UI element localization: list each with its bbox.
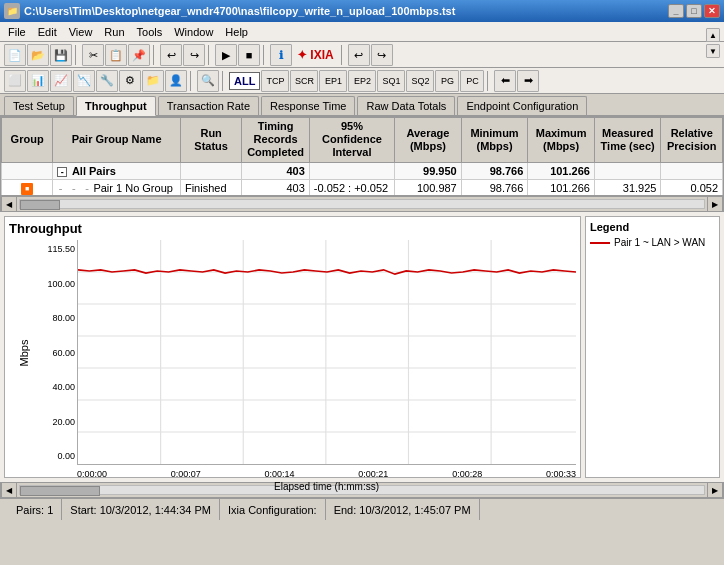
tb2-btnA[interactable]: ⬅	[494, 70, 516, 92]
cell-pair-measured: 31.925	[594, 179, 661, 196]
cell-pair-status: Finished	[180, 179, 241, 196]
tab-test-setup[interactable]: Test Setup	[4, 96, 74, 115]
legend-label: Pair 1 ~ LAN > WAN	[614, 237, 705, 248]
cell-pair-confidence: -0.052 : +0.052	[309, 179, 394, 196]
toolbar-2: ⬜ 📊 📈 📉 🔧 ⚙ 📁 👤 🔍 ALL TCP SCR EP1 EP2 SQ…	[0, 68, 724, 94]
chart-scroll-right[interactable]: ▶	[707, 482, 723, 498]
status-bar: Pairs: 1 Start: 10/3/2012, 1:44:34 PM Ix…	[0, 498, 724, 520]
info-button[interactable]: ℹ	[270, 44, 292, 66]
tab-response-time[interactable]: Response Time	[261, 96, 355, 115]
menu-tools[interactable]: Tools	[131, 24, 169, 40]
all-label[interactable]: ALL	[229, 72, 260, 90]
pc-btn[interactable]: PC	[460, 70, 484, 92]
cell-measured	[594, 162, 661, 179]
pg-btn[interactable]: PG	[435, 70, 459, 92]
tab-endpoint-config[interactable]: Endpoint Configuration	[457, 96, 587, 115]
btn-extra2[interactable]: ↪	[371, 44, 393, 66]
title-bar: 📁 C:\Users\Tim\Desktop\netgear_wndr4700\…	[0, 0, 724, 22]
menu-edit[interactable]: Edit	[32, 24, 63, 40]
save-button[interactable]: 💾	[50, 44, 72, 66]
results-table: Group Pair Group Name Run Status Timing …	[1, 117, 723, 196]
expand-icon[interactable]: -	[57, 167, 67, 177]
stop-button[interactable]: ■	[238, 44, 260, 66]
redo-button[interactable]: ↪	[183, 44, 205, 66]
x-tick-0: 0:00:00	[77, 469, 107, 479]
tb2-btn4[interactable]: 📉	[73, 70, 95, 92]
status-end: End: 10/3/2012, 1:45:07 PM	[326, 499, 480, 520]
legend-scroll-up[interactable]: ▲	[706, 28, 720, 42]
col-confidence: 95% Confidence Interval	[309, 118, 394, 163]
ep1-btn[interactable]: EP1	[319, 70, 347, 92]
menu-file[interactable]: File	[2, 24, 32, 40]
new-button[interactable]: 📄	[4, 44, 26, 66]
separator-4	[263, 45, 267, 65]
separator-5	[341, 45, 345, 65]
tab-throughput[interactable]: Throughput	[76, 96, 156, 116]
undo-button[interactable]: ↩	[160, 44, 182, 66]
col-precision: Relative Precision	[661, 118, 723, 163]
y-tick-4: 80.00	[41, 313, 75, 323]
tb2-btn9[interactable]: 🔍	[197, 70, 219, 92]
sep-tb2c	[487, 71, 491, 91]
menu-window[interactable]: Window	[168, 24, 219, 40]
tb2-btn5[interactable]: 🔧	[96, 70, 118, 92]
tb2-btn6[interactable]: ⚙	[119, 70, 141, 92]
cut-button[interactable]: ✂	[82, 44, 104, 66]
copy-button[interactable]: 📋	[105, 44, 127, 66]
sep-tb2	[190, 71, 194, 91]
tb2-btn2[interactable]: 📊	[27, 70, 49, 92]
tb2-btn3[interactable]: 📈	[50, 70, 72, 92]
menu-bar: File Edit View Run Tools Window Help	[0, 22, 724, 42]
cell-average: 99.950	[395, 162, 462, 179]
tb2-btn1[interactable]: ⬜	[4, 70, 26, 92]
sq1-btn[interactable]: SQ1	[377, 70, 405, 92]
x-tick-1: 0:00:07	[171, 469, 201, 479]
btn-extra1[interactable]: ↩	[348, 44, 370, 66]
maximize-button[interactable]: □	[686, 4, 702, 18]
col-minimum: Minimum (Mbps)	[461, 118, 528, 163]
menu-help[interactable]: Help	[219, 24, 254, 40]
menu-run[interactable]: Run	[98, 24, 130, 40]
run-button[interactable]: ▶	[215, 44, 237, 66]
toolbar-1: 📄 📂 💾 ✂ 📋 📌 ↩ ↪ ▶ ■ ℹ ✦ IXIA ↩ ↪	[0, 42, 724, 68]
close-button[interactable]: ✕	[704, 4, 720, 18]
menu-view[interactable]: View	[63, 24, 99, 40]
chart-title: Throughput	[9, 221, 576, 236]
cell-status	[180, 162, 241, 179]
legend-item: Pair 1 ~ LAN > WAN	[590, 237, 715, 248]
col-maximum: Maximum (Mbps)	[528, 118, 595, 163]
cell-pair-maximum: 101.266	[528, 179, 595, 196]
tab-raw-data[interactable]: Raw Data Totals	[357, 96, 455, 115]
y-tick-2: 40.00	[41, 382, 75, 392]
open-button[interactable]: 📂	[27, 44, 49, 66]
col-pair-group-name: Pair Group Name	[53, 118, 181, 163]
legend-color-line	[590, 242, 610, 244]
ixia-logo: ✦ IXIA	[293, 48, 338, 62]
y-tick-5: 100.00	[41, 279, 75, 289]
tab-transaction-rate[interactable]: Transaction Rate	[158, 96, 259, 115]
cell-pair-average: 100.987	[395, 179, 462, 196]
scroll-right-button[interactable]: ▶	[707, 196, 723, 212]
legend-scroll-down[interactable]: ▼	[706, 44, 720, 58]
tcp-btn[interactable]: TCP	[261, 70, 289, 92]
x-tick-3: 0:00:21	[358, 469, 388, 479]
tb2-btnB[interactable]: ➡	[517, 70, 539, 92]
sq2-btn[interactable]: SQ2	[406, 70, 434, 92]
separator-1	[75, 45, 79, 65]
window-title: C:\Users\Tim\Desktop\netgear_wndr4700\na…	[24, 5, 455, 17]
cell-pair-name: - - - Pair 1 No Group	[53, 179, 181, 196]
tb2-btn8[interactable]: 👤	[165, 70, 187, 92]
table-scrollbar[interactable]: ◀ ▶	[0, 196, 724, 212]
ep2-btn[interactable]: EP2	[348, 70, 376, 92]
y-tick-0: 0.00	[41, 451, 75, 461]
scroll-left-button[interactable]: ◀	[1, 196, 17, 212]
y-tick-6: 115.50	[41, 244, 75, 254]
tb2-btn7[interactable]: 📁	[142, 70, 164, 92]
y-tick-1: 20.00	[41, 417, 75, 427]
scr-btn[interactable]: SCR	[290, 70, 318, 92]
chart-scroll-left[interactable]: ◀	[1, 482, 17, 498]
paste-button[interactable]: 📌	[128, 44, 150, 66]
data-table-container: Group Pair Group Name Run Status Timing …	[0, 116, 724, 196]
scroll-thumb[interactable]	[20, 200, 60, 210]
minimize-button[interactable]: _	[668, 4, 684, 18]
